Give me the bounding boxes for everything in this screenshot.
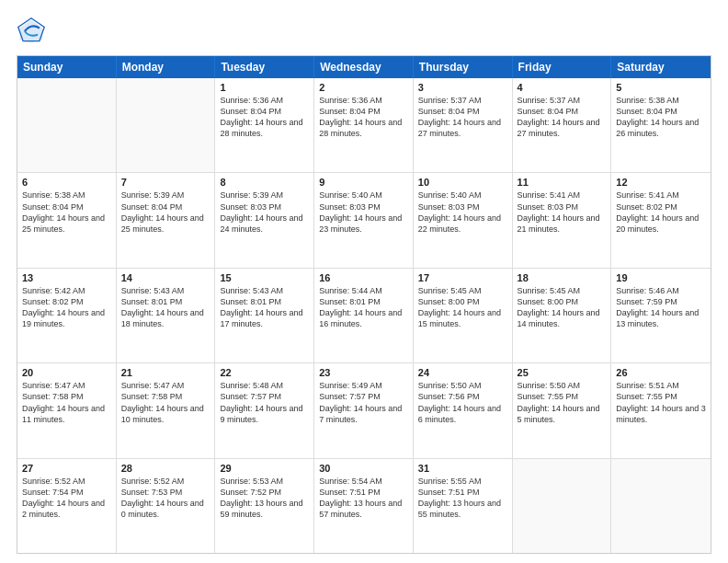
day-number: 25 <box>518 367 607 378</box>
cal-cell: 18Sunrise: 5:45 AM Sunset: 8:00 PM Dayli… <box>513 269 612 362</box>
cal-cell: 25Sunrise: 5:50 AM Sunset: 7:55 PM Dayli… <box>513 363 612 457</box>
cell-info: Sunrise: 5:55 AM Sunset: 7:51 PM Dayligh… <box>418 476 507 521</box>
header-day-sunday: Sunday <box>17 56 117 78</box>
cal-cell <box>117 78 216 172</box>
page: SundayMondayTuesdayWednesdayThursdayFrid… <box>0 0 728 563</box>
cell-info: Sunrise: 5:44 AM Sunset: 8:01 PM Dayligh… <box>319 285 408 330</box>
logo-icon <box>17 17 46 46</box>
cal-cell: 5Sunrise: 5:38 AM Sunset: 8:04 PM Daylig… <box>611 78 711 172</box>
cal-cell: 1Sunrise: 5:36 AM Sunset: 8:04 PM Daylig… <box>215 78 314 172</box>
day-number: 13 <box>22 272 111 283</box>
week-row-3: 13Sunrise: 5:42 AM Sunset: 8:02 PM Dayli… <box>17 269 711 363</box>
header-day-monday: Monday <box>117 56 216 78</box>
cell-info: Sunrise: 5:36 AM Sunset: 8:04 PM Dayligh… <box>220 95 309 140</box>
cal-cell: 26Sunrise: 5:51 AM Sunset: 7:55 PM Dayli… <box>611 363 711 457</box>
day-number: 7 <box>121 177 210 188</box>
day-number: 19 <box>616 272 706 283</box>
week-row-1: 1Sunrise: 5:36 AM Sunset: 8:04 PM Daylig… <box>17 78 711 173</box>
header-day-saturday: Saturday <box>611 56 711 78</box>
day-number: 23 <box>319 367 408 378</box>
cell-info: Sunrise: 5:49 AM Sunset: 7:57 PM Dayligh… <box>319 380 408 425</box>
cal-cell: 20Sunrise: 5:47 AM Sunset: 7:58 PM Dayli… <box>17 363 117 457</box>
calendar-header: SundayMondayTuesdayWednesdayThursdayFrid… <box>17 56 711 78</box>
week-row-5: 27Sunrise: 5:52 AM Sunset: 7:54 PM Dayli… <box>17 459 711 553</box>
cell-info: Sunrise: 5:50 AM Sunset: 7:56 PM Dayligh… <box>418 380 507 425</box>
week-row-2: 6Sunrise: 5:38 AM Sunset: 8:04 PM Daylig… <box>17 173 711 268</box>
header-day-wednesday: Wednesday <box>314 56 414 78</box>
cal-cell: 3Sunrise: 5:37 AM Sunset: 8:04 PM Daylig… <box>414 78 513 172</box>
day-number: 30 <box>319 463 408 474</box>
day-number: 6 <box>22 177 111 188</box>
cell-info: Sunrise: 5:45 AM Sunset: 8:00 PM Dayligh… <box>518 285 607 330</box>
cell-info: Sunrise: 5:45 AM Sunset: 8:00 PM Dayligh… <box>418 285 507 330</box>
cell-info: Sunrise: 5:43 AM Sunset: 8:01 PM Dayligh… <box>220 285 309 330</box>
day-number: 16 <box>319 272 408 283</box>
cell-info: Sunrise: 5:39 AM Sunset: 8:03 PM Dayligh… <box>220 190 309 235</box>
day-number: 17 <box>418 272 507 283</box>
day-number: 31 <box>418 463 507 474</box>
cal-cell <box>17 78 117 172</box>
header-day-friday: Friday <box>513 56 612 78</box>
day-number: 1 <box>220 82 309 93</box>
cal-cell: 22Sunrise: 5:48 AM Sunset: 7:57 PM Dayli… <box>215 363 314 457</box>
cell-info: Sunrise: 5:36 AM Sunset: 8:04 PM Dayligh… <box>319 95 408 140</box>
cal-cell: 23Sunrise: 5:49 AM Sunset: 7:57 PM Dayli… <box>314 363 414 457</box>
cal-cell: 16Sunrise: 5:44 AM Sunset: 8:01 PM Dayli… <box>314 269 414 362</box>
day-number: 12 <box>616 177 706 188</box>
cell-info: Sunrise: 5:48 AM Sunset: 7:57 PM Dayligh… <box>220 380 309 425</box>
cell-info: Sunrise: 5:52 AM Sunset: 7:54 PM Dayligh… <box>22 476 111 521</box>
cal-cell: 21Sunrise: 5:47 AM Sunset: 7:58 PM Dayli… <box>117 363 216 457</box>
week-row-4: 20Sunrise: 5:47 AM Sunset: 7:58 PM Dayli… <box>17 363 711 458</box>
cal-cell <box>611 459 711 553</box>
day-number: 22 <box>220 367 309 378</box>
cal-cell: 6Sunrise: 5:38 AM Sunset: 8:04 PM Daylig… <box>17 173 117 267</box>
day-number: 2 <box>319 82 408 93</box>
cal-cell: 19Sunrise: 5:46 AM Sunset: 7:59 PM Dayli… <box>611 269 711 362</box>
day-number: 28 <box>121 463 210 474</box>
cal-cell: 9Sunrise: 5:40 AM Sunset: 8:03 PM Daylig… <box>314 173 414 267</box>
cell-info: Sunrise: 5:47 AM Sunset: 7:58 PM Dayligh… <box>22 380 111 425</box>
cal-cell <box>513 459 612 553</box>
cell-info: Sunrise: 5:51 AM Sunset: 7:55 PM Dayligh… <box>616 380 706 425</box>
cell-info: Sunrise: 5:41 AM Sunset: 8:02 PM Dayligh… <box>616 190 706 235</box>
day-number: 3 <box>418 82 507 93</box>
cal-cell: 24Sunrise: 5:50 AM Sunset: 7:56 PM Dayli… <box>414 363 513 457</box>
day-number: 29 <box>220 463 309 474</box>
logo <box>17 17 50 46</box>
cal-cell: 7Sunrise: 5:39 AM Sunset: 8:04 PM Daylig… <box>117 173 216 267</box>
cell-info: Sunrise: 5:38 AM Sunset: 8:04 PM Dayligh… <box>22 190 111 235</box>
cal-cell: 31Sunrise: 5:55 AM Sunset: 7:51 PM Dayli… <box>414 459 513 553</box>
cell-info: Sunrise: 5:41 AM Sunset: 8:03 PM Dayligh… <box>518 190 607 235</box>
calendar: SundayMondayTuesdayWednesdayThursdayFrid… <box>17 55 711 554</box>
day-number: 24 <box>418 367 507 378</box>
cell-info: Sunrise: 5:39 AM Sunset: 8:04 PM Dayligh… <box>121 190 210 235</box>
day-number: 9 <box>319 177 408 188</box>
cell-info: Sunrise: 5:53 AM Sunset: 7:52 PM Dayligh… <box>220 476 309 521</box>
cal-cell: 17Sunrise: 5:45 AM Sunset: 8:00 PM Dayli… <box>414 269 513 362</box>
day-number: 5 <box>616 82 706 93</box>
cell-info: Sunrise: 5:38 AM Sunset: 8:04 PM Dayligh… <box>616 95 706 140</box>
cell-info: Sunrise: 5:37 AM Sunset: 8:04 PM Dayligh… <box>418 95 507 140</box>
cal-cell: 27Sunrise: 5:52 AM Sunset: 7:54 PM Dayli… <box>17 459 117 553</box>
day-number: 10 <box>418 177 507 188</box>
day-number: 20 <box>22 367 111 378</box>
cell-info: Sunrise: 5:47 AM Sunset: 7:58 PM Dayligh… <box>121 380 210 425</box>
cell-info: Sunrise: 5:43 AM Sunset: 8:01 PM Dayligh… <box>121 285 210 330</box>
day-number: 4 <box>518 82 607 93</box>
cell-info: Sunrise: 5:46 AM Sunset: 7:59 PM Dayligh… <box>616 285 706 330</box>
cell-info: Sunrise: 5:42 AM Sunset: 8:02 PM Dayligh… <box>22 285 111 330</box>
cal-cell: 14Sunrise: 5:43 AM Sunset: 8:01 PM Dayli… <box>117 269 216 362</box>
cal-cell: 12Sunrise: 5:41 AM Sunset: 8:02 PM Dayli… <box>611 173 711 267</box>
calendar-body: 1Sunrise: 5:36 AM Sunset: 8:04 PM Daylig… <box>17 78 711 553</box>
cal-cell: 4Sunrise: 5:37 AM Sunset: 8:04 PM Daylig… <box>513 78 612 172</box>
day-number: 26 <box>616 367 706 378</box>
day-number: 21 <box>121 367 210 378</box>
cal-cell: 29Sunrise: 5:53 AM Sunset: 7:52 PM Dayli… <box>215 459 314 553</box>
cal-cell: 28Sunrise: 5:52 AM Sunset: 7:53 PM Dayli… <box>117 459 216 553</box>
header-day-tuesday: Tuesday <box>215 56 314 78</box>
cal-cell: 13Sunrise: 5:42 AM Sunset: 8:02 PM Dayli… <box>17 269 117 362</box>
cal-cell: 30Sunrise: 5:54 AM Sunset: 7:51 PM Dayli… <box>314 459 414 553</box>
day-number: 18 <box>518 272 607 283</box>
cal-cell: 10Sunrise: 5:40 AM Sunset: 8:03 PM Dayli… <box>414 173 513 267</box>
cal-cell: 8Sunrise: 5:39 AM Sunset: 8:03 PM Daylig… <box>215 173 314 267</box>
